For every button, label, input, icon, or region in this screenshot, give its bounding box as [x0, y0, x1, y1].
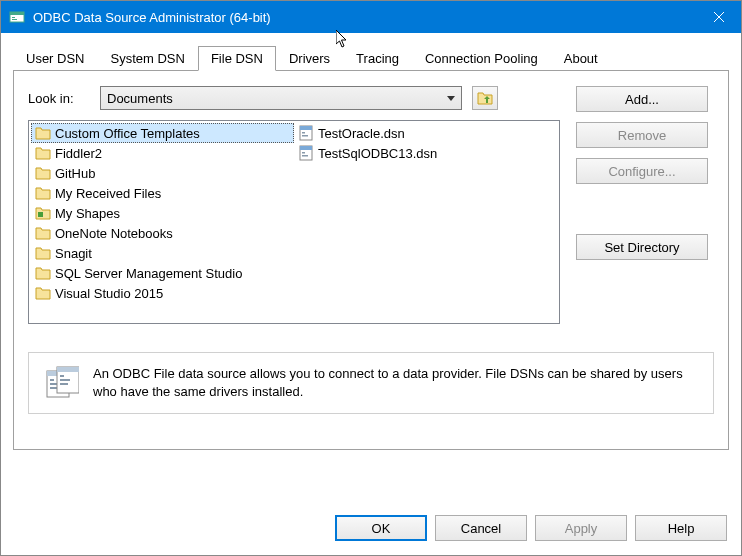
look-in-select[interactable]: Documents: [100, 86, 462, 110]
svg-rect-22: [60, 383, 68, 385]
help-button[interactable]: Help: [635, 515, 727, 541]
svg-rect-4: [38, 212, 43, 217]
cancel-button[interactable]: Cancel: [435, 515, 527, 541]
file-item-label: Custom Office Templates: [55, 126, 200, 141]
folder-item[interactable]: OneNote Notebooks: [31, 223, 294, 243]
file-item-label: Visual Studio 2015: [55, 286, 163, 301]
tab-user-dsn[interactable]: User DSN: [13, 46, 98, 70]
svg-rect-1: [10, 12, 24, 15]
file-item[interactable]: TestOracle.dsn: [294, 123, 557, 143]
file-item-label: TestOracle.dsn: [318, 126, 405, 141]
folder-icon: [35, 165, 51, 181]
tab-system-dsn[interactable]: System DSN: [98, 46, 198, 70]
svg-rect-10: [300, 146, 312, 150]
file-item-label: OneNote Notebooks: [55, 226, 173, 241]
tab-drivers[interactable]: Drivers: [276, 46, 343, 70]
folder-item[interactable]: Fiddler2: [31, 143, 294, 163]
svg-rect-7: [302, 132, 305, 134]
look-in-label: Look in:: [28, 91, 90, 106]
tab-panel: Look in: Documents Custom Office Templat…: [13, 70, 729, 450]
svg-rect-3: [12, 19, 17, 20]
svg-rect-8: [302, 135, 308, 137]
svg-rect-11: [302, 152, 305, 154]
file-item[interactable]: TestSqlODBC13.dsn: [294, 143, 557, 163]
apply-button[interactable]: Apply: [535, 515, 627, 541]
file-list[interactable]: Custom Office TemplatesFiddler2GitHubMy …: [28, 120, 560, 324]
folder-icon: [35, 285, 51, 301]
configure-button[interactable]: Configure...: [576, 158, 708, 184]
ok-button[interactable]: OK: [335, 515, 427, 541]
up-folder-button[interactable]: [472, 86, 498, 110]
close-button[interactable]: [696, 1, 741, 33]
svg-rect-2: [12, 17, 15, 18]
folder-item[interactable]: SQL Server Management Studio: [31, 263, 294, 283]
folder-item[interactable]: My Received Files: [31, 183, 294, 203]
svg-rect-6: [300, 126, 312, 130]
folder-item[interactable]: Snagit: [31, 243, 294, 263]
folder-item[interactable]: My Shapes: [31, 203, 294, 223]
folder-icon: [35, 225, 51, 241]
app-icon: [9, 9, 25, 25]
up-folder-icon: [477, 90, 493, 106]
file-item-label: GitHub: [55, 166, 95, 181]
folder-icon: [35, 125, 51, 141]
svg-rect-21: [60, 379, 70, 381]
tab-bar: User DSN System DSN File DSN Drivers Tra…: [13, 46, 729, 71]
file-item-label: Fiddler2: [55, 146, 102, 161]
tab-file-dsn[interactable]: File DSN: [198, 46, 276, 71]
file-item-label: SQL Server Management Studio: [55, 266, 242, 281]
folder-icon: [35, 245, 51, 261]
svg-rect-15: [50, 379, 54, 381]
folder-item[interactable]: Visual Studio 2015: [31, 283, 294, 303]
folder-icon: [35, 265, 51, 281]
info-text: An ODBC File data source allows you to c…: [93, 365, 699, 400]
tab-tracing[interactable]: Tracing: [343, 46, 412, 70]
shapes-icon: [35, 205, 51, 221]
look-in-value: Documents: [107, 91, 173, 106]
dsn-icon: [298, 145, 314, 161]
dsn-icon: [298, 125, 314, 141]
window-title: ODBC Data Source Administrator (64-bit): [33, 10, 696, 25]
svg-rect-19: [57, 367, 79, 372]
dialog-buttons: OK Cancel Apply Help: [335, 515, 727, 541]
file-item-label: My Shapes: [55, 206, 120, 221]
tab-connection-pooling[interactable]: Connection Pooling: [412, 46, 551, 70]
file-item-label: TestSqlODBC13.dsn: [318, 146, 437, 161]
folder-icon: [35, 185, 51, 201]
file-item-label: My Received Files: [55, 186, 161, 201]
titlebar: ODBC Data Source Administrator (64-bit): [1, 1, 741, 33]
add-button[interactable]: Add...: [576, 86, 708, 112]
file-item-label: Snagit: [55, 246, 92, 261]
info-box: An ODBC File data source allows you to c…: [28, 352, 714, 414]
folder-icon: [35, 145, 51, 161]
folder-item[interactable]: GitHub: [31, 163, 294, 183]
svg-rect-20: [60, 375, 64, 377]
svg-rect-12: [302, 155, 308, 157]
remove-button[interactable]: Remove: [576, 122, 708, 148]
set-directory-button[interactable]: Set Directory: [576, 234, 708, 260]
odbc-icon: [43, 365, 79, 401]
tab-about[interactable]: About: [551, 46, 611, 70]
folder-item[interactable]: Custom Office Templates: [31, 123, 294, 143]
